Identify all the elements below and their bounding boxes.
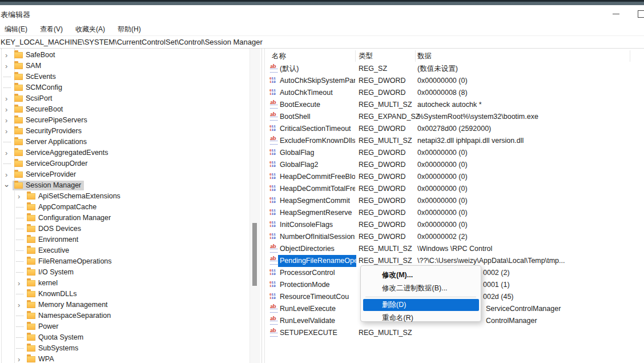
chevron-right-icon[interactable]: › — [5, 105, 7, 114]
tree-item[interactable]: ›ServiceProvider — [0, 169, 79, 180]
value-data: 0002 (2) — [483, 267, 510, 279]
tree-item[interactable]: Quota System — [0, 332, 86, 343]
menu-item-1[interactable]: 编辑(E) — [0, 23, 34, 35]
value-row[interactable]: abObjectDirectoriesREG_MULTI_SZ\Windows … — [266, 243, 644, 255]
tree-item[interactable]: AppCompatCache — [0, 202, 99, 213]
tree-item[interactable]: ›WPA — [0, 354, 57, 363]
tree-item[interactable]: SubSystems — [0, 343, 81, 354]
column-header-name[interactable]: 名称 — [272, 50, 286, 62]
value-row[interactable]: 011110HeapDeCommitTotalFre...REG_DWORD0x… — [266, 183, 644, 195]
tree-item[interactable]: KnownDLLs — [0, 289, 79, 300]
chevron-right-icon[interactable]: › — [18, 278, 20, 288]
column-separator[interactable] — [630, 50, 630, 62]
context-menu-item-1[interactable]: 修改(M)... — [361, 269, 481, 282]
tree-item[interactable]: ›ScsiPort — [0, 93, 55, 104]
chevron-right-icon[interactable]: › — [5, 61, 7, 71]
tree-item[interactable]: Power — [0, 321, 61, 332]
tree-item[interactable]: ›SAM — [0, 61, 44, 71]
value-row[interactable]: abExcludeFromKnownDllsREG_MULTI_SZnetapi… — [266, 135, 644, 147]
tree-item[interactable]: ›SecurityProviders — [0, 126, 84, 137]
menu-item-3[interactable]: 收藏夹(A) — [69, 23, 111, 35]
folder-icon — [27, 356, 35, 362]
tree-item[interactable]: Environment — [0, 234, 81, 245]
menu-item-4[interactable]: 帮助(H) — [111, 23, 147, 35]
value-row[interactable]: 011110AutoChkSkipSystemParti...REG_DWORD… — [266, 75, 644, 87]
value-type: REG_DWORD — [359, 87, 406, 99]
folder-icon — [27, 345, 35, 352]
binary-dword-icon: 011110 — [269, 88, 279, 97]
address-bar[interactable]: KEY_LOCAL_MACHINE\SYSTEM\CurrentControlS… — [0, 35, 644, 49]
value-data: netapi32.dll iphlpapi.dll version.dll — [417, 135, 524, 147]
chevron-right-icon[interactable]: › — [5, 126, 7, 136]
chevron-right-icon[interactable]: › — [18, 354, 20, 363]
chevron-right-icon[interactable]: › — [5, 170, 7, 179]
column-header-type[interactable]: 类型 — [359, 50, 373, 62]
tree-item[interactable]: Configuration Manager — [0, 213, 114, 224]
column-separator[interactable] — [415, 50, 416, 62]
tree-item[interactable]: ServiceGroupOrder — [0, 158, 90, 169]
value-row[interactable]: abBootExecuteREG_MULTI_SZautocheck autoc… — [266, 99, 644, 111]
context-menu-item-5[interactable]: 重命名(R) — [361, 312, 481, 325]
chevron-right-icon[interactable]: › — [5, 50, 7, 60]
tree-item[interactable]: I/O System — [0, 267, 77, 278]
maximize-button[interactable] — [631, 5, 644, 23]
tree-item[interactable]: ›ApiSetSchemaExtensions — [0, 191, 123, 202]
tree-item[interactable]: ›SecurePipeServers — [0, 115, 90, 126]
column-header-data[interactable]: 数据 — [417, 50, 432, 62]
tree-item[interactable]: ›kernel — [0, 278, 61, 289]
binary-dword-icon: 011110 — [269, 124, 279, 133]
folder-icon — [27, 324, 35, 330]
tree-item[interactable]: Executive — [0, 245, 72, 256]
chevron-right-icon[interactable]: › — [5, 94, 7, 103]
chevron-right-icon[interactable]: › — [18, 300, 20, 310]
value-type: REG_SZ — [359, 63, 387, 75]
value-name: ProtectionMode — [280, 279, 330, 291]
tree-item[interactable]: DOS Devices — [0, 224, 84, 234]
tree-connector — [16, 337, 23, 338]
binary-dword-icon: 011110 — [269, 292, 279, 301]
tree-scrollbar[interactable] — [249, 49, 260, 363]
panel-divider[interactable] — [261, 49, 262, 363]
value-row[interactable]: 011110AutoChkTimeoutREG_DWORD0x00000008 … — [266, 87, 644, 99]
value-row[interactable]: 011110GlobalFlagREG_DWORD0x00000000 (0) — [266, 147, 644, 159]
menu-item-2[interactable]: 查看(V) — [34, 23, 69, 35]
tree-item[interactable]: ›SecureBoot — [0, 104, 66, 115]
ab-string-icon: ab — [269, 136, 279, 145]
tree-item[interactable]: ›ServiceAggregatedEvents — [0, 147, 111, 158]
context-menu-item-4[interactable]: 删除(D) — [363, 299, 479, 311]
value-row[interactable]: 011110NumberOfInitialSessionsREG_DWORD0x… — [266, 231, 644, 243]
value-row[interactable]: abSETUPEXECUTEREG_MULTI_SZ — [266, 327, 644, 339]
column-separator[interactable] — [355, 50, 356, 62]
tree-item[interactable]: NamespaceSeparation — [0, 310, 114, 321]
folder-icon — [27, 280, 35, 286]
value-type: REG_DWORD — [359, 171, 406, 183]
value-type: REG_DWORD — [359, 159, 406, 171]
value-row[interactable]: abBootShellREG_EXPAND_SZ%SystemRoot%\sys… — [266, 111, 644, 123]
tree-item[interactable]: Server Applications — [0, 137, 90, 147]
tree-item[interactable]: ›Memory Management — [0, 300, 111, 310]
tree-item[interactable]: FileRenameOperations — [0, 256, 115, 267]
chevron-right-icon[interactable]: › — [18, 192, 20, 201]
value-type: REG_MULTI_SZ — [359, 135, 412, 147]
minimize-button[interactable] — [606, 5, 626, 23]
value-row[interactable]: 011110HeapDeCommitFreeBloc...REG_DWORD0x… — [266, 171, 644, 183]
value-row[interactable]: 011110GlobalFlag2REG_DWORD0x00000000 (0) — [266, 159, 644, 171]
value-row[interactable]: ab(默认)REG_SZ(数值未设置) — [266, 63, 644, 75]
tree-item[interactable]: ScEvents — [0, 71, 59, 82]
ab-string-icon: ab — [269, 316, 279, 325]
tree-item[interactable]: ›Session Manager — [0, 180, 84, 191]
context-menu-item-2[interactable]: 修改二进制数据(B)... — [361, 282, 481, 295]
folder-icon — [27, 313, 35, 319]
tree-item[interactable]: SCMConfig — [0, 82, 65, 93]
value-row[interactable]: 011110HeapSegmentReserveREG_DWORD0x00000… — [266, 207, 644, 219]
chevron-right-icon[interactable]: › — [5, 115, 7, 125]
tree-item-label: Quota System — [38, 333, 83, 341]
tree-scrollbar-thumb[interactable] — [252, 223, 257, 286]
chevron-down-icon[interactable]: › — [2, 185, 12, 187]
value-row[interactable]: 011110HeapSegmentCommitREG_DWORD0x000000… — [266, 195, 644, 207]
minimize-icon — [613, 14, 619, 14]
tree-item[interactable]: ›SafeBoot — [0, 50, 58, 61]
value-row[interactable]: 011110InitConsoleFlagsREG_DWORD0x0000000… — [266, 219, 644, 231]
chevron-right-icon[interactable]: › — [5, 148, 7, 158]
value-row[interactable]: 011110CriticalSectionTimeoutREG_DWORD0x0… — [266, 123, 644, 135]
